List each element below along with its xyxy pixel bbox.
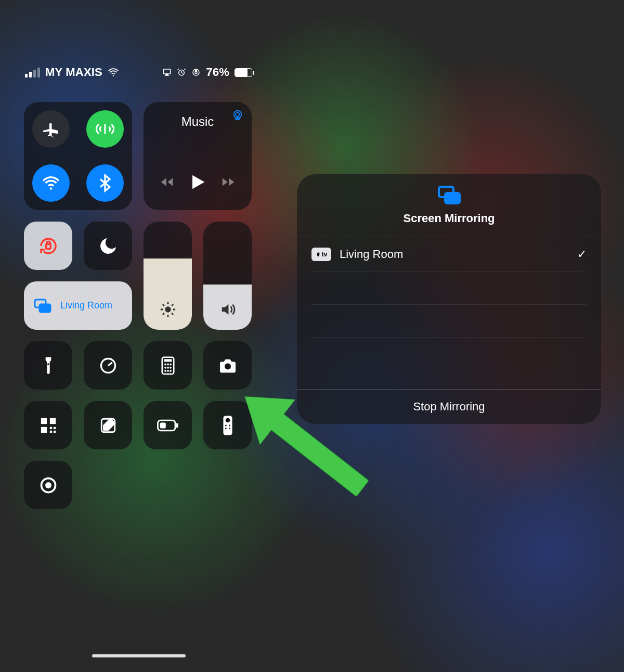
music-card[interactable]: Music — [144, 102, 252, 210]
svg-point-7 — [236, 112, 239, 116]
phone-screenshot-left: MY MAXIS 76% — [0, 0, 277, 672]
brightness-slider[interactable] — [144, 222, 192, 330]
device-row-living-room[interactable]: tv Living Room ✓ — [297, 237, 601, 272]
svg-rect-26 — [41, 418, 46, 423]
remote-icon — [223, 415, 233, 436]
do-not-disturb-toggle[interactable] — [84, 222, 132, 270]
rotation-lock-status-icon — [191, 68, 201, 77]
brightness-icon — [159, 301, 177, 320]
svg-point-22 — [164, 370, 166, 372]
svg-rect-28 — [41, 427, 46, 432]
timer-icon — [99, 356, 118, 375]
airplane-mode-toggle[interactable] — [24, 102, 78, 156]
flashlight-icon — [40, 356, 57, 376]
connectivity-card[interactable] — [24, 102, 132, 210]
volume-slider[interactable] — [203, 222, 252, 330]
svg-point-21 — [170, 366, 172, 368]
svg-point-23 — [167, 370, 169, 372]
svg-rect-15 — [164, 359, 172, 361]
stop-mirroring-label: Stop Mirroring — [413, 400, 485, 413]
svg-point-42 — [229, 428, 230, 429]
compose-icon — [99, 417, 117, 434]
home-indicator[interactable] — [92, 654, 186, 657]
apple-tv-icon: tv — [311, 248, 331, 261]
alarm-icon — [177, 68, 186, 77]
battery-icon — [235, 68, 252, 77]
carrier-label: MY MAXIS — [45, 66, 102, 79]
rotation-lock-toggle[interactable] — [24, 222, 72, 270]
airplane-icon — [42, 120, 60, 138]
qr-icon — [40, 417, 57, 434]
svg-rect-4 — [195, 72, 197, 74]
stop-mirroring-button[interactable]: Stop Mirroring — [297, 389, 601, 424]
calculator-button[interactable] — [144, 341, 192, 390]
record-icon — [39, 476, 58, 495]
flashlight-button[interactable] — [24, 341, 72, 390]
svg-point-11 — [165, 306, 171, 312]
svg-rect-36 — [160, 422, 165, 428]
play-button[interactable] — [187, 172, 208, 195]
svg-point-44 — [45, 482, 51, 488]
camera-button[interactable] — [203, 341, 252, 390]
svg-point-0 — [113, 75, 114, 76]
svg-point-5 — [50, 187, 53, 190]
moon-icon — [98, 236, 119, 256]
svg-rect-46 — [445, 193, 460, 203]
status-bar: MY MAXIS 76% — [25, 66, 252, 79]
svg-point-24 — [170, 370, 172, 372]
volume-icon — [219, 301, 237, 320]
low-power-button[interactable] — [144, 401, 192, 449]
phone-screenshot-right: Screen Mirroring tv Living Room ✓ Stop M… — [277, 0, 624, 672]
svg-rect-29 — [49, 427, 51, 429]
svg-point-19 — [164, 366, 166, 368]
svg-point-25 — [225, 363, 231, 369]
svg-point-40 — [229, 424, 230, 426]
svg-point-20 — [167, 366, 169, 368]
svg-rect-31 — [49, 430, 51, 432]
battery-percent: 76% — [206, 66, 229, 79]
notes-button[interactable] — [84, 401, 132, 449]
screen-mirror-tile[interactable]: Living Room — [24, 281, 132, 330]
calculator-icon — [160, 356, 176, 375]
svg-point-38 — [225, 418, 230, 422]
mirror-destination-label: Living Room — [60, 300, 112, 311]
forward-button[interactable] — [220, 174, 236, 192]
device-name: Living Room — [340, 248, 577, 261]
svg-point-18 — [170, 363, 172, 365]
tutorial-image: MY MAXIS 76% — [0, 0, 624, 672]
apple-tv-remote-button[interactable] — [203, 401, 252, 449]
bluetooth-icon — [96, 174, 114, 192]
svg-point-41 — [225, 428, 227, 429]
low-power-icon — [157, 419, 179, 432]
control-center: Music — [24, 102, 253, 521]
screen-mirror-sheet: Screen Mirroring tv Living Room ✓ Stop M… — [297, 174, 601, 424]
svg-rect-35 — [176, 423, 178, 427]
svg-rect-32 — [53, 430, 55, 432]
screen-mirror-icon — [33, 298, 52, 314]
svg-point-16 — [164, 363, 166, 365]
cellular-data-toggle[interactable] — [78, 102, 132, 156]
airplay-audio-icon[interactable] — [232, 109, 243, 123]
qr-scan-button[interactable] — [24, 401, 72, 449]
rotation-lock-icon — [37, 235, 59, 257]
screen-mirror-icon — [436, 185, 462, 205]
sheet-title: Screen Mirroring — [297, 212, 601, 225]
cell-signal-icon — [25, 68, 40, 77]
wifi-toggle[interactable] — [24, 156, 78, 210]
svg-point-17 — [167, 363, 169, 365]
checkmark-icon: ✓ — [577, 248, 587, 261]
bluetooth-toggle[interactable] — [78, 156, 132, 210]
rewind-button[interactable] — [159, 174, 175, 192]
camera-icon — [218, 358, 238, 373]
airplay-status-icon — [162, 68, 172, 77]
timer-button[interactable] — [84, 341, 132, 390]
svg-rect-8 — [46, 244, 50, 249]
svg-rect-27 — [49, 418, 55, 423]
screen-record-button[interactable] — [24, 461, 72, 509]
svg-point-39 — [225, 424, 227, 426]
svg-point-12 — [47, 363, 49, 365]
antenna-icon — [96, 120, 114, 138]
wifi-icon — [42, 174, 60, 192]
wifi-icon — [108, 67, 119, 78]
svg-rect-30 — [53, 427, 55, 429]
